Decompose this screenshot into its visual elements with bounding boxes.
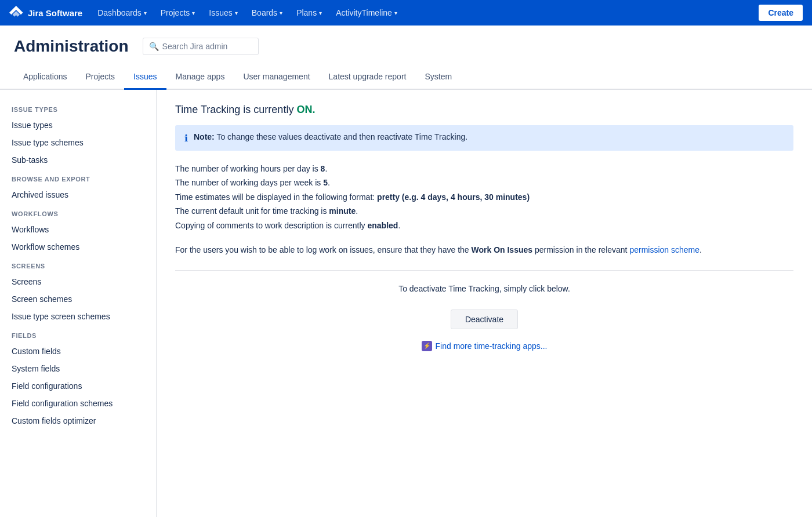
- sidebar-section-workflows: Workflows: [0, 203, 156, 221]
- nav-boards[interactable]: Boards ▾: [246, 0, 288, 26]
- create-button[interactable]: Create: [759, 5, 803, 21]
- nav-issues[interactable]: Issues ▾: [203, 0, 243, 26]
- sidebar-item-custom-fields[interactable]: Custom fields: [0, 343, 156, 360]
- info-line-4: The current default unit for time tracki…: [175, 205, 793, 217]
- atlassian-marketplace-icon: ⚡: [422, 341, 432, 351]
- nav-dashboards[interactable]: Dashboards ▾: [92, 0, 153, 26]
- nav-projects[interactable]: Projects ▾: [155, 0, 201, 26]
- chevron-down-icon: ▾: [144, 10, 147, 16]
- main-layout: Issue Types Issue types Issue type schem…: [0, 90, 812, 517]
- note-text: Note: To change these values deactivate …: [194, 132, 467, 141]
- jira-logo[interactable]: Jira Software: [9, 6, 82, 20]
- sidebar-section-fields: Fields: [0, 325, 156, 343]
- admin-header: Administration 🔍 Search Jira admin: [0, 26, 812, 56]
- deactivate-section: To deactivate Time Tracking, simply clic…: [175, 270, 793, 351]
- sidebar-item-screen-schemes[interactable]: Screen schemes: [0, 290, 156, 308]
- deactivate-instruction: To deactivate Time Tracking, simply clic…: [398, 282, 570, 295]
- info-icon: ℹ: [184, 133, 188, 144]
- sidebar-section-issue-types: Issue Types: [0, 99, 156, 116]
- chevron-down-icon: ▾: [394, 10, 397, 16]
- tab-user-management[interactable]: User management: [234, 65, 319, 90]
- sidebar-item-workflow-schemes[interactable]: Workflow schemes: [0, 238, 156, 256]
- nav-plans[interactable]: Plans ▾: [291, 0, 328, 26]
- chevron-down-icon: ▾: [235, 10, 238, 16]
- sidebar-item-issue-type-schemes[interactable]: Issue type schemes: [0, 134, 156, 151]
- sidebar-item-screens[interactable]: Screens: [0, 273, 156, 290]
- chevron-down-icon: ▾: [280, 10, 282, 16]
- tab-latest-upgrade-report[interactable]: Latest upgrade report: [320, 65, 416, 90]
- tab-manage-apps[interactable]: Manage apps: [166, 65, 234, 90]
- chevron-down-icon: ▾: [192, 10, 195, 16]
- tab-issues[interactable]: Issues: [124, 65, 166, 90]
- info-line-1: The number of working hours per day is 8…: [175, 162, 793, 175]
- permission-scheme-link[interactable]: permission scheme: [629, 245, 699, 254]
- chevron-down-icon: ▾: [319, 10, 322, 16]
- sidebar-section-screens: Screens: [0, 256, 156, 273]
- nav-activitytimeline[interactable]: ActivityTimeline ▾: [330, 0, 403, 26]
- info-line-2: The number of working days per week is 5…: [175, 176, 793, 189]
- tab-projects[interactable]: Projects: [77, 65, 125, 90]
- sidebar-item-issue-types[interactable]: Issue types: [0, 116, 156, 134]
- permission-paragraph: For the users you wish to be able to log…: [175, 243, 793, 256]
- deactivate-button[interactable]: Deactivate: [451, 310, 518, 329]
- sidebar-item-issue-type-screen-schemes[interactable]: Issue type screen schemes: [0, 308, 156, 325]
- admin-tabs: Applications Projects Issues Manage apps…: [0, 65, 812, 90]
- sidebar-item-sub-tasks[interactable]: Sub-tasks: [0, 151, 156, 169]
- sidebar: Issue Types Issue types Issue type schem…: [0, 90, 157, 517]
- page-title: Administration: [14, 37, 129, 56]
- sidebar-item-field-configuration-schemes[interactable]: Field configuration schemes: [0, 395, 156, 412]
- find-apps-link[interactable]: ⚡ Find more time-tracking apps...: [422, 341, 548, 351]
- info-line-3: Time estimates will be displayed in the …: [175, 191, 793, 203]
- sidebar-item-custom-fields-optimizer[interactable]: Custom fields optimizer: [0, 412, 156, 429]
- tab-system[interactable]: System: [415, 65, 461, 90]
- top-navigation: Jira Software Dashboards ▾ Projects ▾ Is…: [0, 0, 812, 26]
- main-content: Time Tracking is currently ON. ℹ Note: T…: [157, 90, 812, 517]
- time-tracking-status: ON.: [296, 104, 315, 115]
- time-tracking-heading: Time Tracking is currently ON.: [175, 104, 793, 116]
- tab-applications[interactable]: Applications: [14, 65, 77, 90]
- sidebar-item-field-configurations[interactable]: Field configurations: [0, 377, 156, 395]
- sidebar-section-browse-export: Browse and Export: [0, 169, 156, 186]
- search-icon: 🔍: [149, 42, 159, 51]
- note-box: ℹ Note: To change these values deactivat…: [175, 125, 793, 151]
- info-line-5: Copying of comments to work description …: [175, 219, 793, 232]
- info-block: The number of working hours per day is 8…: [175, 162, 793, 232]
- sidebar-item-archived-issues[interactable]: Archived issues: [0, 186, 156, 203]
- admin-search-input[interactable]: 🔍 Search Jira admin: [143, 38, 259, 55]
- sidebar-item-workflows[interactable]: Workflows: [0, 221, 156, 238]
- sidebar-item-system-fields[interactable]: System fields: [0, 360, 156, 377]
